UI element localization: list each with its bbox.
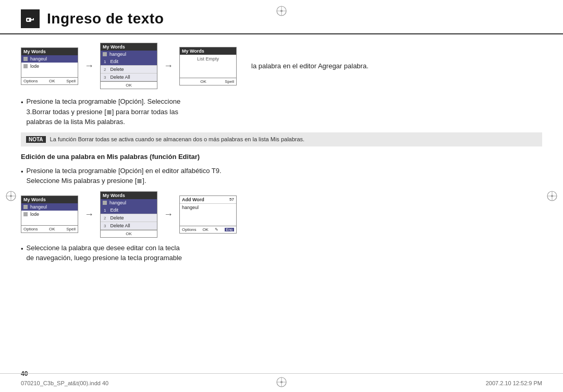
page-title: Ingreso de texto xyxy=(47,10,164,27)
box1-ok: OK xyxy=(49,79,55,83)
phone-box-6-add-word: Add Word 57 hangeul Options OK ✎ Eng xyxy=(179,195,237,234)
box4-footer: Options OK Spell xyxy=(21,225,78,232)
box1-item-2: lode xyxy=(21,63,78,70)
nota-label: NOTA xyxy=(26,136,46,143)
nota-box: NOTA La función Borrar todas se activa c… xyxy=(21,132,542,146)
box5-menu-3: 3 Delete All xyxy=(101,222,157,230)
bullet-text-2: Presione la tecla programable [Opción] e… xyxy=(27,166,222,186)
box4-ok: OK xyxy=(49,227,55,231)
bullet-item-3: • Seleccione la palabra que desee editar… xyxy=(21,243,542,263)
svg-point-1 xyxy=(27,19,29,21)
box5-title: My Words xyxy=(101,192,157,199)
bullet-dot-2: • xyxy=(21,167,23,177)
key-icon xyxy=(25,14,35,24)
box2-menu-1: 1 Edit xyxy=(101,58,157,66)
box3-footer: OK Spell xyxy=(180,78,236,85)
svg-point-15 xyxy=(551,195,553,197)
bullet-dot-3: • xyxy=(21,244,23,254)
page-footer: 070210_C3b_SP_at&t(00).indd 40 2007.2.10… xyxy=(0,373,563,392)
box6-ok: OK xyxy=(202,227,209,232)
box2-menu-2: 2 Delete xyxy=(101,66,157,74)
bullet-item-1: • Presione la tecla programable [Opción]… xyxy=(21,96,542,127)
top-diagram-row: My Words hangeul lode Options OK Spell →… xyxy=(21,43,542,89)
box6-number: 57 xyxy=(229,197,234,202)
arrow-2: → xyxy=(164,60,173,71)
box1-options: Options xyxy=(23,79,38,83)
box2-item-1: hangeul xyxy=(101,51,157,58)
footer-right: 2007.2.10 12:52:9 PM xyxy=(486,380,542,386)
box4-item-1: hangeul xyxy=(21,203,78,211)
box3-spell: Spell xyxy=(225,79,234,84)
box1-footer: Options OK Spell xyxy=(21,77,78,84)
bullet-text-3: Seleccione la palabra que desee editar c… xyxy=(27,243,182,263)
phone-box-3: My Words List Empty OK Spell xyxy=(179,47,237,85)
box3-empty: List Empty xyxy=(180,55,236,63)
bullet-item-2: • Presione la tecla programable [Opción]… xyxy=(21,166,542,186)
phone-box-1: My Words hangeul lode Options OK Spell xyxy=(21,47,78,85)
box2-title: My Words xyxy=(101,43,157,51)
box3-ok: OK xyxy=(200,79,206,84)
box2-footer: OK xyxy=(101,81,157,89)
box4-title: My Words xyxy=(21,196,78,203)
box4-item-2: lode xyxy=(21,211,78,218)
arrow-4: → xyxy=(164,209,173,220)
box1-item-1: hangeul xyxy=(21,55,78,63)
svg-rect-2 xyxy=(30,19,34,20)
phone-box-4: My Words hangeul lode Options OK Spell xyxy=(21,195,78,233)
compass-top-decoration xyxy=(276,5,287,17)
box2-ok: OK xyxy=(126,83,132,88)
svg-rect-3 xyxy=(33,18,34,19)
box6-title-bar: Add Word 57 xyxy=(180,196,236,204)
box1-spell: Spell xyxy=(66,79,76,83)
svg-point-7 xyxy=(280,10,283,12)
footer-left: 070210_C3b_SP_at&t(00).indd 40 xyxy=(21,380,108,386)
box6-footer: Options OK ✎ Eng xyxy=(180,226,236,233)
header-icon xyxy=(21,9,40,28)
box5-menu-1: 1 Edit xyxy=(101,206,157,214)
box6-options: Options xyxy=(182,227,197,232)
box6-edit-icon: ✎ xyxy=(215,227,218,232)
compass-right-decoration xyxy=(546,190,558,202)
box3-title: My Words xyxy=(180,47,236,55)
box6-value: hangeul xyxy=(180,204,236,211)
bottom-bullet-section: • Seleccione la palabra que desee editar… xyxy=(21,243,542,263)
phone-box-5: My Words hangeul 1 Edit 2 Delete 3 Delet… xyxy=(100,191,157,238)
arrow-3: → xyxy=(84,209,94,220)
box6-eng: Eng xyxy=(225,228,234,231)
box6-title: Add Word xyxy=(182,197,204,202)
main-content: My Words hangeul lode Options OK Spell →… xyxy=(0,43,563,263)
middle-bullet-section: • Presione la tecla programable [Opción]… xyxy=(21,166,542,186)
phone-box-2: My Words hangeul 1 Edit 2 Delete 3 Delet… xyxy=(100,43,157,89)
bullet-dot-1: • xyxy=(21,97,23,108)
box2-menu-3: 3 Delete All xyxy=(101,74,157,81)
arrow-1: → xyxy=(84,60,94,71)
box5-item-1: hangeul xyxy=(101,199,157,206)
top-right-text: la palabra en el editor Agregar palabra. xyxy=(251,62,369,70)
box1-title: My Words xyxy=(21,48,78,55)
box5-footer: OK xyxy=(101,230,157,237)
box4-spell: Spell xyxy=(66,227,76,231)
section-heading: Edición de una palabra en Mis palabras (… xyxy=(21,153,542,161)
box4-options: Options xyxy=(23,227,38,231)
svg-point-11 xyxy=(10,195,12,197)
compass-left-decoration xyxy=(5,190,17,202)
bottom-diagram-row: My Words hangeul lode Options OK Spell →… xyxy=(21,191,542,238)
box5-ok: OK xyxy=(126,231,132,236)
top-bullet-section: • Presione la tecla programable [Opción]… xyxy=(21,96,542,127)
top-right-description: la palabra en el editor Agregar palabra. xyxy=(241,62,542,70)
box5-menu-2: 2 Delete xyxy=(101,214,157,222)
bullet-text-1: Presione la tecla programable [Opción]. … xyxy=(27,96,181,127)
nota-text: La función Borrar todas se activa cuando… xyxy=(50,136,305,143)
